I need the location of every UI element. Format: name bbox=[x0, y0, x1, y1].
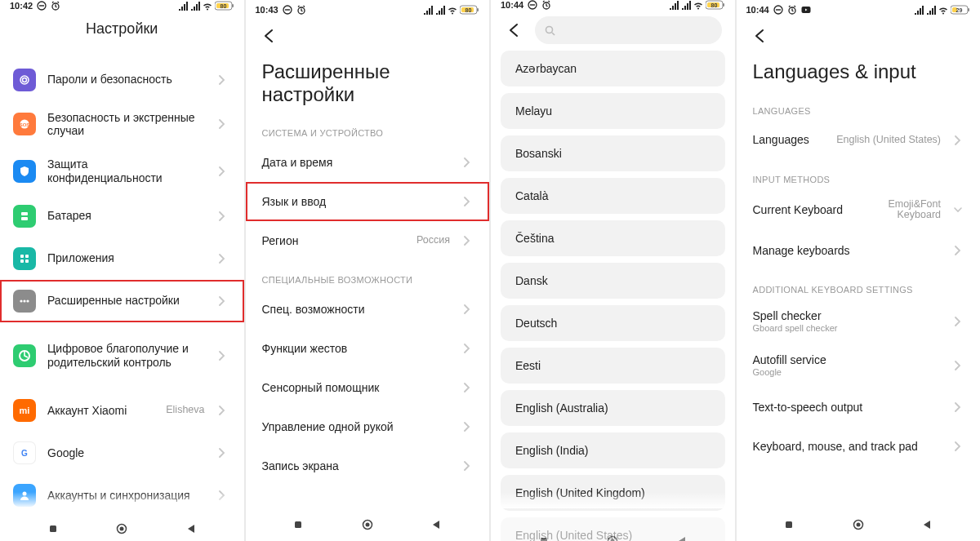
clock: 10:43 bbox=[256, 5, 278, 15]
list-item[interactable]: Аккаунты и синхронизация bbox=[0, 474, 244, 517]
battery-icon bbox=[706, 0, 725, 10]
list-item[interactable]: Функции жестов bbox=[246, 329, 490, 368]
item-value: English (United States) bbox=[836, 135, 941, 146]
chevron-right-icon bbox=[952, 361, 964, 370]
language-option[interactable]: Melayu bbox=[501, 93, 725, 129]
language-option[interactable]: Dansk bbox=[501, 263, 725, 299]
alarm-icon bbox=[541, 0, 551, 10]
language-option[interactable]: English (India) bbox=[501, 432, 725, 468]
item-label: Keyboard, mouse, and track pad bbox=[753, 440, 942, 454]
recent-apps-button[interactable] bbox=[773, 512, 805, 537]
chevron-down-icon bbox=[952, 207, 964, 213]
back-button[interactable] bbox=[259, 26, 278, 46]
nav-bar bbox=[0, 517, 244, 541]
language-option[interactable]: English (United States) bbox=[501, 517, 725, 541]
autofill-service-item[interactable]: Autofill service Google bbox=[737, 344, 981, 388]
search-input[interactable] bbox=[535, 16, 722, 44]
language-option[interactable]: Eesti bbox=[501, 348, 725, 384]
svg-point-28 bbox=[26, 299, 29, 302]
clock: 10:42 bbox=[10, 1, 33, 11]
list-item[interactable]: РегионРоссия bbox=[246, 221, 490, 260]
person-icon bbox=[13, 484, 36, 507]
clock: 10:44 bbox=[746, 5, 769, 15]
wifi-icon bbox=[448, 6, 457, 15]
chevron-right-icon bbox=[461, 197, 473, 206]
item-label: Languages bbox=[753, 133, 826, 147]
section-system: СИСТЕМА И УСТРОЙСТВО bbox=[246, 117, 490, 143]
svg-text:G: G bbox=[21, 449, 28, 458]
home-button[interactable] bbox=[842, 512, 875, 537]
language-option[interactable]: Català bbox=[501, 178, 725, 214]
list-item[interactable]: Дата и время bbox=[246, 143, 490, 182]
signal-icon bbox=[669, 1, 679, 10]
item-label: Управление одной рукой bbox=[262, 420, 451, 434]
list-item[interactable]: Расширенные настройки bbox=[0, 280, 244, 322]
back-button[interactable] bbox=[420, 512, 452, 537]
list-item[interactable]: Приложения bbox=[0, 237, 244, 280]
language-option[interactable]: Deutsch bbox=[501, 305, 725, 341]
signal-icon bbox=[435, 6, 445, 15]
back-button[interactable] bbox=[504, 20, 523, 40]
language-option[interactable]: English (Australia) bbox=[501, 390, 725, 426]
alarm-icon bbox=[787, 5, 797, 15]
wellbeing-icon bbox=[13, 344, 36, 367]
chevron-right-icon bbox=[216, 211, 228, 221]
list-item[interactable]: Сенсорный помощник bbox=[246, 368, 490, 407]
list-item[interactable]: Батарея bbox=[0, 195, 244, 237]
list-item[interactable]: Пароли и безопасность bbox=[0, 59, 244, 101]
list-item[interactable]: GGoogle bbox=[0, 432, 244, 474]
list-item[interactable]: Спец. возможности bbox=[246, 290, 490, 329]
back-button[interactable] bbox=[175, 517, 207, 541]
do-not-disturb-icon bbox=[37, 1, 47, 11]
manage-keyboards-item[interactable]: Manage keyboards bbox=[737, 231, 981, 270]
apps-icon bbox=[13, 247, 36, 270]
item-label: Current Keyboard bbox=[753, 203, 865, 217]
youtube-icon bbox=[801, 5, 811, 15]
spell-checker-item[interactable]: Spell checker Gboard spell checker bbox=[737, 299, 981, 344]
page-title: Расширенные настройки bbox=[246, 52, 490, 117]
do-not-disturb-icon bbox=[528, 0, 537, 10]
do-not-disturb-icon bbox=[283, 5, 292, 15]
svg-rect-21 bbox=[21, 217, 28, 220]
language-option[interactable]: Bosanski bbox=[501, 135, 725, 171]
list-item[interactable]: SOSБезопасность и экстренные случаи bbox=[0, 101, 244, 149]
item-label: Manage keyboards bbox=[753, 244, 942, 258]
list-item[interactable]: Цифровое благополучие и родительский кон… bbox=[0, 332, 244, 379]
language-option[interactable]: English (United Kingdom) bbox=[501, 475, 725, 511]
chevron-right-icon bbox=[952, 441, 964, 451]
mi-icon: mi bbox=[13, 399, 36, 422]
section-additional: ADDITIONAL KEYBOARD SETTINGS bbox=[737, 270, 981, 299]
list-item[interactable]: Управление одной рукой bbox=[246, 407, 490, 446]
screen-languages-input: 10:44 Languages & input LANGUAGES Langua… bbox=[737, 0, 981, 541]
home-button[interactable] bbox=[105, 517, 138, 541]
item-label: Спец. возможности bbox=[262, 303, 451, 317]
tts-item[interactable]: Text-to-speech output bbox=[737, 388, 981, 427]
chevron-right-icon bbox=[952, 317, 964, 326]
recent-apps-button[interactable] bbox=[37, 517, 69, 541]
screen-settings: 10:42 Настройки Пароли и безопасностьSOS… bbox=[0, 0, 244, 541]
languages-item[interactable]: Languages English (United States) bbox=[737, 121, 981, 160]
language-option[interactable]: Čeština bbox=[501, 220, 725, 256]
current-keyboard-item[interactable]: Current Keyboard Emoji&Font Keyboard bbox=[737, 189, 981, 232]
chevron-right-icon bbox=[461, 461, 473, 471]
chevron-right-icon bbox=[216, 406, 228, 415]
language-option[interactable]: Azərbaycan bbox=[501, 51, 725, 86]
svg-rect-25 bbox=[25, 259, 29, 263]
status-bar: 10:43 bbox=[246, 0, 490, 20]
list-item[interactable]: miАккаунт XiaomiElisheva bbox=[0, 389, 244, 432]
do-not-disturb-icon bbox=[773, 5, 783, 15]
item-label: Запись экрана bbox=[262, 459, 451, 473]
recent-apps-button[interactable] bbox=[282, 512, 314, 537]
back-button[interactable] bbox=[750, 26, 769, 46]
chevron-right-icon bbox=[216, 119, 228, 129]
section-accessibility: СПЕЦИАЛЬНЫЕ ВОЗМОЖНОСТИ bbox=[246, 260, 490, 290]
list-item[interactable]: Защита конфиденциальности bbox=[0, 148, 244, 195]
back-button[interactable] bbox=[911, 512, 943, 537]
keyboard-mouse-trackpad-item[interactable]: Keyboard, mouse, and track pad bbox=[737, 427, 981, 466]
item-label: Дата и время bbox=[262, 156, 451, 170]
home-button[interactable] bbox=[351, 512, 384, 537]
list-item[interactable]: Запись экрана bbox=[246, 446, 490, 486]
item-label: Spell checker bbox=[753, 309, 942, 323]
svg-point-26 bbox=[20, 299, 22, 302]
list-item[interactable]: Язык и ввод bbox=[246, 182, 490, 221]
